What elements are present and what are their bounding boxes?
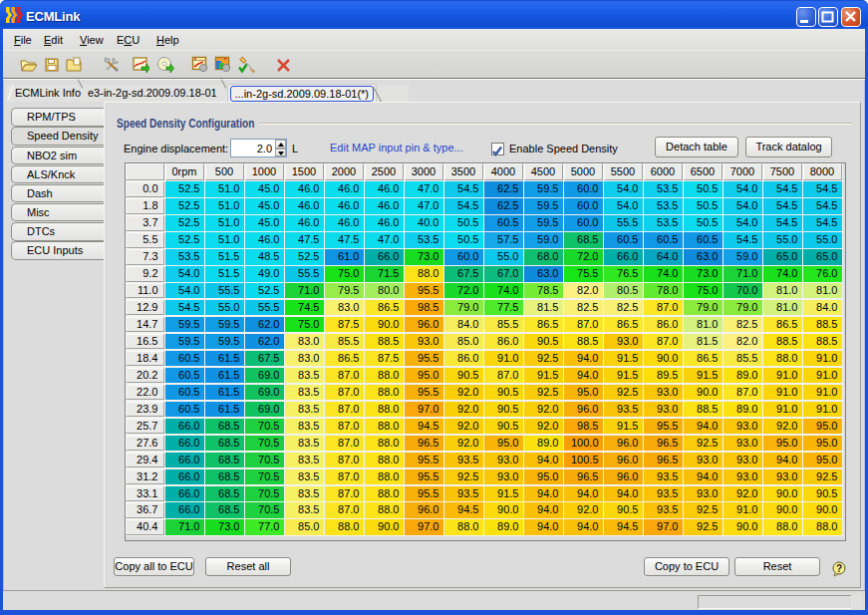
svg-text:?: ? [836,563,842,574]
